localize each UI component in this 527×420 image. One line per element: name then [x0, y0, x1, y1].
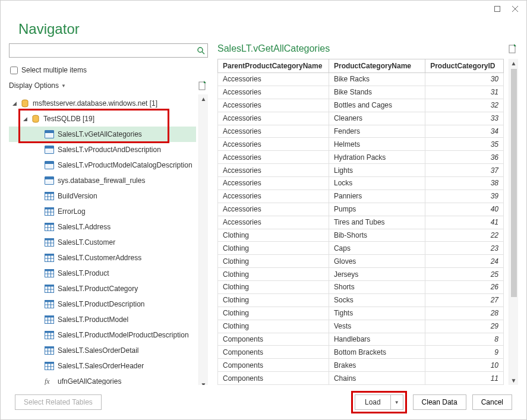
- grid-row[interactable]: ComponentsHandlebars8: [218, 333, 504, 346]
- preview-grid[interactable]: ParentProductCategoryNameProductCategory…: [217, 59, 504, 385]
- tree-scrollbar[interactable]: ▲ ▼: [198, 94, 208, 385]
- scroll-up-icon[interactable]: ▲: [511, 59, 517, 68]
- grid-header-cell[interactable]: ProductCategoryName: [329, 59, 425, 73]
- grid-cell: 25: [425, 268, 504, 281]
- tree-item[interactable]: SalesLT.ProductCategory: [9, 281, 196, 296]
- grid-cell: Clothing: [218, 229, 329, 242]
- clean-data-button[interactable]: Clean Data: [413, 394, 466, 410]
- grid-row[interactable]: ComponentsChains11: [218, 372, 504, 385]
- cancel-button[interactable]: Cancel: [472, 394, 512, 410]
- tree-item[interactable]: fxufnGetAllCategories: [9, 374, 196, 385]
- tree-item[interactable]: BuildVersion: [9, 188, 196, 204]
- grid-row[interactable]: AccessoriesPumps40: [218, 203, 504, 216]
- grid-cell: Vests: [329, 320, 425, 333]
- load-button-label[interactable]: Load: [355, 395, 391, 409]
- tree-item[interactable]: SalesLT.CustomerAddress: [9, 250, 196, 266]
- tree-item[interactable]: SalesLT.Customer: [9, 235, 196, 250]
- tree-item[interactable]: SalesLT.ProductModelProductDescription: [9, 327, 196, 343]
- header: Navigator: [1, 17, 526, 43]
- grid-row[interactable]: AccessoriesBike Stands31: [218, 86, 504, 99]
- grid-row[interactable]: ComponentsBrakes10: [218, 359, 504, 372]
- grid-row[interactable]: AccessoriesFenders34: [218, 125, 504, 138]
- tree-item[interactable]: SalesLT.SalesOrderDetail: [9, 343, 196, 358]
- highlight-annotation: [18, 109, 169, 143]
- grid-row[interactable]: AccessoriesHelmets35: [218, 138, 504, 151]
- grid-row[interactable]: AccessoriesTires and Tubes41: [218, 216, 504, 229]
- tree-label: SalesLT.vProductAndDescription: [58, 146, 161, 154]
- grid-cell: Accessories: [218, 112, 329, 125]
- tree-item[interactable]: SalesLT.SalesOrderHeader: [9, 358, 196, 374]
- grid-row[interactable]: AccessoriesBottles and Cages32: [218, 99, 504, 112]
- tree-item[interactable]: SalesLT.vProductAndDescription: [9, 142, 196, 157]
- search-icon[interactable]: [195, 45, 207, 56]
- table-icon: [45, 300, 54, 308]
- select-multiple-checkbox[interactable]: [10, 67, 18, 74]
- grid-row[interactable]: ClothingShorts26: [218, 281, 504, 294]
- grid-cell: 37: [425, 164, 504, 177]
- search-input[interactable]: [9, 43, 208, 58]
- tree-item[interactable]: SalesLT.vProductModelCatalogDescription: [9, 157, 196, 173]
- svg-rect-19: [45, 223, 54, 225]
- grid-row[interactable]: ClothingTights28: [218, 307, 504, 320]
- tree-item[interactable]: SalesLT.Address: [9, 219, 196, 235]
- grid-header-row: ParentProductCategoryNameProductCategory…: [218, 59, 504, 73]
- tree-item[interactable]: SalesLT.ProductModel: [9, 312, 196, 327]
- grid-row[interactable]: AccessoriesLights37: [218, 164, 504, 177]
- grid-cell: Clothing: [218, 268, 329, 281]
- grid-row[interactable]: AccessoriesPanniers39: [218, 190, 504, 203]
- grid-scrollbar[interactable]: ▲ ▼: [509, 59, 518, 385]
- tree-label: SalesLT.vProductModelCatalogDescription: [58, 161, 193, 169]
- grid-row[interactable]: ClothingBib-Shorts22: [218, 229, 504, 242]
- grid-cell: Bottles and Cages: [329, 99, 425, 112]
- grid-row[interactable]: ClothingJerseys25: [218, 268, 504, 281]
- grid-cell: Accessories: [218, 177, 329, 190]
- svg-line-4: [202, 52, 204, 54]
- tree-label: SalesLT.CustomerAddress: [58, 254, 141, 262]
- grid-cell: Tires and Tubes: [329, 216, 425, 229]
- display-options-label: Display Options: [9, 81, 59, 90]
- refresh-icon[interactable]: [197, 80, 208, 91]
- grid-cell: Shorts: [329, 281, 425, 294]
- select-related-tables-button[interactable]: Select Related Tables: [15, 394, 102, 410]
- tree-item[interactable]: SalesLT.Product: [9, 266, 196, 281]
- close-button[interactable]: [507, 3, 523, 15]
- grid-row[interactable]: AccessoriesLocks38: [218, 177, 504, 190]
- preview-refresh-icon[interactable]: [507, 43, 518, 54]
- display-options-dropdown[interactable]: Display Options ▼: [9, 81, 66, 90]
- svg-rect-64: [45, 362, 54, 364]
- grid-row[interactable]: ComponentsBottom Brackets9: [218, 346, 504, 359]
- select-multiple-row[interactable]: Select multiple items: [10, 66, 207, 74]
- grid-cell: 34: [425, 125, 504, 138]
- grid-row[interactable]: AccessoriesBike Racks30: [218, 73, 504, 86]
- grid-cell: 27: [425, 293, 504, 307]
- grid-row[interactable]: AccessoriesCleaners33: [218, 112, 504, 125]
- tree-item[interactable]: sys.database_firewall_rules: [9, 173, 196, 188]
- table-icon: [45, 331, 54, 339]
- load-button[interactable]: Load ▼: [355, 394, 403, 410]
- grid-cell: Caps: [329, 242, 425, 255]
- maximize-button[interactable]: [490, 3, 505, 15]
- svg-rect-49: [45, 316, 54, 318]
- grid-cell: Accessories: [218, 203, 329, 216]
- grid-row[interactable]: ClothingGloves24: [218, 255, 504, 268]
- scroll-down-icon[interactable]: ▼: [201, 380, 207, 385]
- tree-label: SalesLT.Customer: [58, 238, 115, 247]
- grid-cell: Socks: [329, 293, 425, 307]
- grid-header-cell[interactable]: ProductCategoryID: [425, 59, 504, 73]
- scroll-down-icon[interactable]: ▼: [511, 376, 517, 385]
- table-icon: [45, 269, 54, 277]
- grid-row[interactable]: ClothingSocks27: [218, 293, 504, 307]
- expander-icon[interactable]: ◢: [11, 100, 17, 106]
- tree-label: SalesLT.Product: [58, 269, 109, 277]
- grid-cell: 23: [425, 242, 504, 255]
- grid-header-cell[interactable]: ParentProductCategoryName: [218, 59, 329, 73]
- grid-row[interactable]: ClothingVests29: [218, 320, 504, 333]
- tree-item[interactable]: SalesLT.ProductDescription: [9, 296, 196, 312]
- scroll-up-icon[interactable]: ▲: [201, 94, 207, 103]
- grid-row[interactable]: AccessoriesHydration Packs36: [218, 151, 504, 164]
- tree-item[interactable]: ErrorLog: [9, 204, 196, 219]
- load-dropdown-icon[interactable]: ▼: [391, 395, 403, 409]
- database-icon: [21, 99, 29, 108]
- grid-row[interactable]: ClothingCaps23: [218, 242, 504, 255]
- grid-cell: 11: [425, 372, 504, 385]
